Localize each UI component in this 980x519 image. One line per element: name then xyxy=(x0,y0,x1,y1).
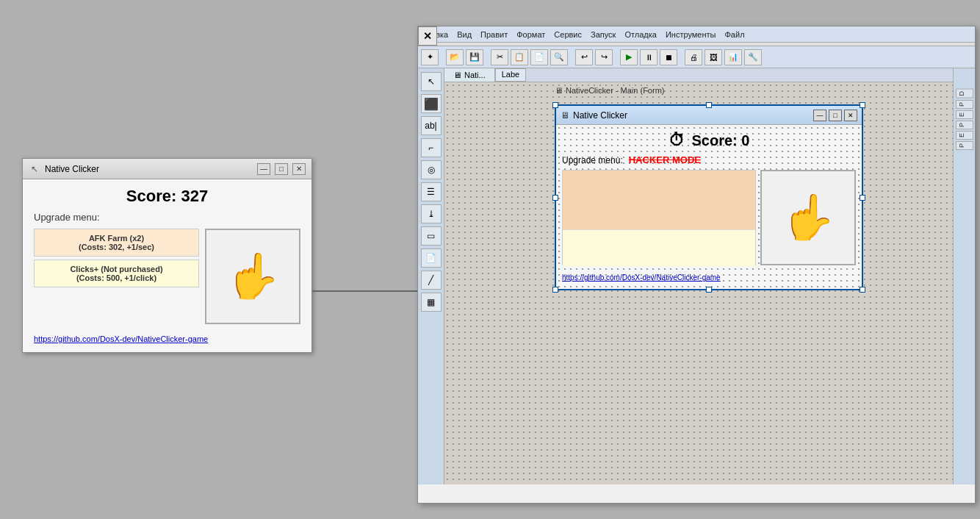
tab-nativeclicker[interactable]: 🖥 Nati... xyxy=(444,68,495,82)
handle-ml[interactable] xyxy=(552,195,558,201)
left-titlebar: ↖ Native Clicker — □ ✕ xyxy=(23,159,311,179)
handle-bc[interactable] xyxy=(706,287,712,293)
left-window-title: Native Clicker xyxy=(45,164,99,174)
tab-label: Nati... xyxy=(464,71,486,79)
handle-tl[interactable] xyxy=(552,102,558,108)
tb-run[interactable]: ▶ xyxy=(620,49,638,65)
tb-icon2[interactable]: 📊 xyxy=(724,49,742,65)
close-button[interactable]: ✕ xyxy=(292,163,306,175)
tool-corner[interactable]: ⌐ xyxy=(421,138,442,157)
menu-file[interactable]: Инструменты xyxy=(666,30,716,39)
nc-title-left: 🖥 Native Clicker xyxy=(561,110,627,121)
score-display: Score: 327 xyxy=(34,187,300,206)
tb-pointer[interactable]: ✦ xyxy=(421,49,439,65)
tb-print[interactable]: 🖨 xyxy=(685,49,702,65)
hand-cursor-icon: 👆 xyxy=(226,254,281,298)
ide-tabs: 🖥 Nati... Labe xyxy=(444,68,953,82)
upgrade-list: AFK Farm (x2) (Costs: 302, +1/sec) Click… xyxy=(34,229,199,324)
tb-find[interactable]: 🔍 xyxy=(550,49,568,65)
nc-hacker-mode: HACKER MODE xyxy=(629,154,701,165)
tool-grid[interactable]: ▦ xyxy=(421,293,442,312)
designer-title-text: NativeClicker - Main (Form) xyxy=(566,86,664,95)
right-label-p3[interactable]: P xyxy=(956,141,973,150)
titlebar-left: ↖ Native Clicker xyxy=(29,163,99,175)
tb-icon1[interactable]: 🖼 xyxy=(705,49,722,65)
restore-button[interactable]: □ xyxy=(275,163,288,175)
timer-icon: ⏱ xyxy=(669,131,685,150)
menu-service[interactable]: Формат xyxy=(516,30,545,39)
upgrade-2-name: Clicks+ (Not purchased) xyxy=(70,265,162,273)
tool-panel[interactable]: ▭ xyxy=(421,226,442,246)
upgrade-1-name: AFK Farm (x2) xyxy=(89,234,144,243)
handle-tr[interactable] xyxy=(860,102,865,108)
tb-stop[interactable]: ⏹ xyxy=(660,49,677,65)
handle-bl[interactable] xyxy=(552,287,558,293)
github-link[interactable]: https://github.com/DosX-dev/NativeClicke… xyxy=(34,334,208,343)
label-btn[interactable]: Labe xyxy=(495,68,526,82)
tb-cut[interactable]: ✂ xyxy=(491,49,508,65)
handle-tc[interactable] xyxy=(706,102,712,108)
handle-br[interactable] xyxy=(860,287,865,293)
tool-text[interactable]: ab| xyxy=(421,116,442,135)
menu-run[interactable]: Сервис xyxy=(554,30,582,39)
tab-icon: 🖥 xyxy=(453,71,461,79)
nc-restore[interactable]: □ xyxy=(829,110,842,121)
upgrade-item-1[interactable]: AFK Farm (x2) (Costs: 302, +1/sec) xyxy=(34,229,199,257)
click-button[interactable]: 👆 xyxy=(205,229,300,324)
nc-score-text: Score: 0 xyxy=(692,132,750,149)
nc-panel-top xyxy=(563,171,755,229)
nc-close[interactable]: ✕ xyxy=(844,110,857,121)
tool-arrow[interactable]: ⤓ xyxy=(421,204,442,223)
ide-window: Правка Вид Правит Формат Сервис Запуск О… xyxy=(417,26,976,504)
menu-extra[interactable]: Файл xyxy=(725,30,745,39)
upgrade-item-2[interactable]: Clicks+ (Not purchased) (Costs: 500, +1/… xyxy=(34,260,199,287)
ide-toolbar: ✦ 📂 💾 ✂ 📋 📄 🔍 ↩ ↪ ▶ ⏸ ⏹ 🖨 🖼 📊 🔧 xyxy=(418,46,975,68)
nc-panels: 👆 xyxy=(562,170,856,265)
tool-list[interactable]: ☰ xyxy=(421,182,442,201)
left-window-body: Score: 327 Upgrade menu: AFK Farm (x2) (… xyxy=(23,179,311,352)
nc-github-link[interactable]: https://github.com/DosX-dev/NativeClicke… xyxy=(562,273,721,282)
right-label-p1[interactable]: P xyxy=(956,100,973,109)
ide-designer-area: 🖥 Native Clicker — □ ✕ ⏱ xyxy=(444,82,953,484)
nc-minimize[interactable]: — xyxy=(813,110,826,121)
tool-pointer[interactable]: ↖ xyxy=(421,72,442,91)
menu-tools[interactable]: Отладка xyxy=(624,30,656,39)
designer-icon: 🖥 xyxy=(555,86,563,95)
right-label-e1[interactable]: E xyxy=(956,110,973,119)
menu-view[interactable]: Вид xyxy=(457,30,472,39)
right-label-e2[interactable]: E xyxy=(956,131,973,140)
ide-left-panel: ↖ ⬛ ab| ⌐ ◎ ☰ ⤓ ▭ 📄 ╱ ▦ xyxy=(418,68,444,484)
tb-icon3[interactable]: 🔧 xyxy=(744,49,762,65)
nc-score-display: ⏱ Score: 0 xyxy=(562,131,856,150)
nc-form-title: Native Clicker xyxy=(573,110,627,121)
ide-close-button[interactable]: ✕ xyxy=(418,26,437,46)
tool-radio[interactable]: ◎ xyxy=(421,160,442,179)
nc-form-icon: 🖥 xyxy=(561,110,569,121)
tb-copy[interactable]: 📋 xyxy=(511,49,528,65)
tb-undo[interactable]: ↩ xyxy=(575,49,593,65)
nc-form-window: 🖥 Native Clicker — □ ✕ ⏱ xyxy=(555,104,863,290)
minimize-button[interactable]: — xyxy=(257,163,270,175)
handle-mr[interactable] xyxy=(860,195,865,201)
left-game-window: ↖ Native Clicker — □ ✕ Score: 327 Upgrad… xyxy=(22,158,312,353)
ide-content: ↖ ⬛ ab| ⌐ ◎ ☰ ⤓ ▭ 📄 ╱ ▦ 🖥 Nati... Labe xyxy=(418,68,975,484)
ide-right-panel: D P E P E P xyxy=(953,68,975,484)
tool-line[interactable]: ╱ xyxy=(421,271,442,290)
tool-doc[interactable]: 📄 xyxy=(421,248,442,268)
nc-form-body: ⏱ Score: 0 Upgrade menu: HACKER MODE xyxy=(556,125,862,289)
tb-save[interactable]: 💾 xyxy=(466,49,483,65)
tb-paste[interactable]: 📄 xyxy=(530,49,548,65)
nc-right-panel[interactable]: 👆 xyxy=(760,170,856,265)
nc-left-panel xyxy=(562,170,756,265)
tool-rectangle[interactable]: ⬛ xyxy=(421,94,442,113)
menu-debug[interactable]: Запуск xyxy=(591,30,616,39)
right-label-d[interactable]: D xyxy=(956,89,973,99)
tb-open[interactable]: 📂 xyxy=(446,49,464,65)
nc-upgrade-row: Upgrade menu: HACKER MODE xyxy=(562,154,856,165)
right-label-p2[interactable]: P xyxy=(956,121,973,129)
nc-hand-icon: 👆 xyxy=(781,196,836,240)
tb-redo[interactable]: ↪ xyxy=(595,49,613,65)
tb-pause[interactable]: ⏸ xyxy=(640,49,657,65)
menu-format[interactable]: Правит xyxy=(480,30,508,39)
nc-upgrade-label: Upgrade menu: xyxy=(562,155,623,165)
